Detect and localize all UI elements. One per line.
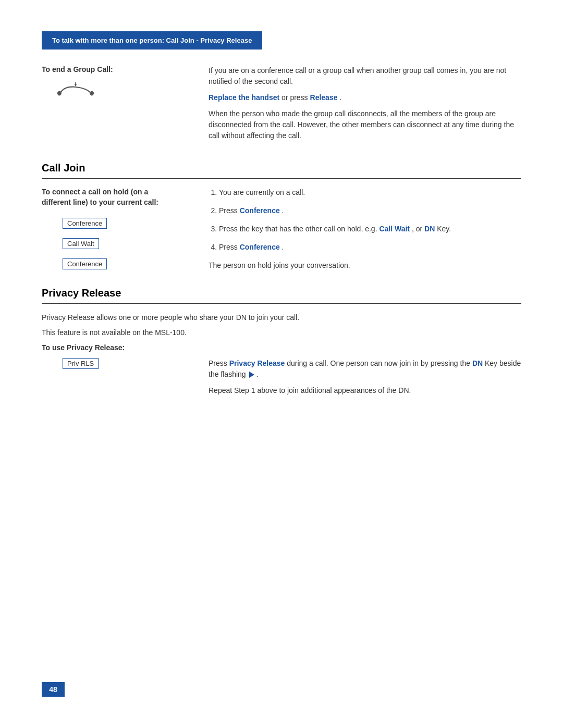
privacy-intro-1: Privacy Release allows one or more peopl… xyxy=(42,312,521,323)
or-press-text: or press xyxy=(282,93,310,102)
privacy-instruction: Press Privacy Release during a call. One… xyxy=(209,358,521,380)
privacy-intro-2: This feature is not available on the MSL… xyxy=(42,327,521,338)
call-join-title: Call Join xyxy=(42,162,521,174)
repeat-text: Repeat Step 1 above to join additional a… xyxy=(209,385,521,396)
step-2-after: . xyxy=(282,206,284,215)
priv-rls-label: Priv RLS xyxy=(67,360,94,367)
privacy-release-title: Privacy Release xyxy=(42,287,521,299)
step-3-before: Press the key that has the other call on… xyxy=(219,225,379,233)
conference-key-1: Conference xyxy=(63,218,107,229)
step-1: You are currently on a call. xyxy=(219,187,521,198)
intro-right: If you are on a conference call or a gro… xyxy=(209,65,521,146)
join-text: The person on hold joins your conversati… xyxy=(209,260,521,271)
step-4-before: Press xyxy=(219,243,240,251)
release-link: Release xyxy=(310,93,338,102)
step-3: Press the key that has the other call on… xyxy=(219,224,521,235)
connect-label-line1: To connect a call on hold (on a xyxy=(42,188,148,196)
replace-handset-instruction: Replace the handset or press Release . xyxy=(209,92,521,103)
intro-left: To end a Group Call: xyxy=(42,65,209,146)
conference-key-2-label: Conference xyxy=(67,260,102,268)
privacy-right: Press Privacy Release during a call. One… xyxy=(209,358,521,401)
privacy-content: Priv RLS Press Privacy Release during a … xyxy=(42,358,521,401)
keys-column: Conference Call Wait Conference xyxy=(42,213,209,272)
call-wait-key: Call Wait xyxy=(63,238,99,249)
disconnect-text: When the person who made the group call … xyxy=(209,108,521,141)
page-number: 48 xyxy=(42,682,65,697)
privacy-release-section: Privacy Release Privacy Release allows o… xyxy=(42,287,521,401)
step-2-conference-link: Conference xyxy=(240,206,280,215)
header-banner: To talk with more than one person: Call … xyxy=(42,31,262,50)
handset-svg xyxy=(52,79,99,105)
arrow-icon xyxy=(249,372,254,378)
call-join-divider xyxy=(42,178,521,179)
step-4-after: . xyxy=(282,243,284,251)
step-4-conference-link: Conference xyxy=(240,243,280,251)
call-join-steps: You are currently on a call. Press Confe… xyxy=(209,187,521,253)
intro-section: To end a Group Call: If you are on a con… xyxy=(42,65,521,146)
step-3-callwait-link: Call Wait xyxy=(379,225,410,233)
step-4: Press Conference . xyxy=(219,242,521,253)
phone-icon xyxy=(52,79,209,106)
call-join-section: Call Join To connect a call on hold (on … xyxy=(42,162,521,272)
step-3-middle: , or xyxy=(412,225,424,233)
priv-dn-link: DN xyxy=(472,359,483,367)
privacy-release-divider xyxy=(42,303,521,304)
priv-rls-key: Priv RLS xyxy=(63,358,99,369)
priv-before: Press xyxy=(209,359,229,367)
conference-key-2: Conference xyxy=(63,258,107,269)
group-call-text: If you are on a conference call or a gro… xyxy=(209,65,521,87)
connect-label: To connect a call on hold (on a differen… xyxy=(42,187,209,207)
header-banner-text: To talk with more than one person: Call … xyxy=(52,36,252,44)
conference-key-1-label: Conference xyxy=(67,219,102,227)
call-wait-key-label: Call Wait xyxy=(67,240,94,248)
end-group-call-label: To end a Group Call: xyxy=(42,65,209,73)
replace-handset-link: Replace the handset xyxy=(209,93,279,102)
call-join-right: You are currently on a call. Press Confe… xyxy=(209,187,521,272)
page: To talk with more than one person: Call … xyxy=(0,0,563,728)
priv-after: during a call. One person can now join i… xyxy=(287,359,472,367)
page-number-text: 48 xyxy=(49,685,57,694)
svg-marker-0 xyxy=(75,84,77,87)
use-privacy-label: To use Privacy Release: xyxy=(42,343,521,352)
connect-label-line2: different line) to your current call: xyxy=(42,198,158,206)
step-2-before: Press xyxy=(219,206,240,215)
step-3-after: Key. xyxy=(437,225,451,233)
call-join-content: To connect a call on hold (on a differen… xyxy=(42,187,521,272)
step-1-text: You are currently on a call. xyxy=(219,188,305,196)
step-3-dn-link: DN xyxy=(424,225,435,233)
step-2: Press Conference . xyxy=(219,205,521,216)
privacy-release-link: Privacy Release xyxy=(229,359,285,367)
privacy-left: Priv RLS xyxy=(42,358,209,401)
call-join-left: To connect a call on hold (on a differen… xyxy=(42,187,209,272)
